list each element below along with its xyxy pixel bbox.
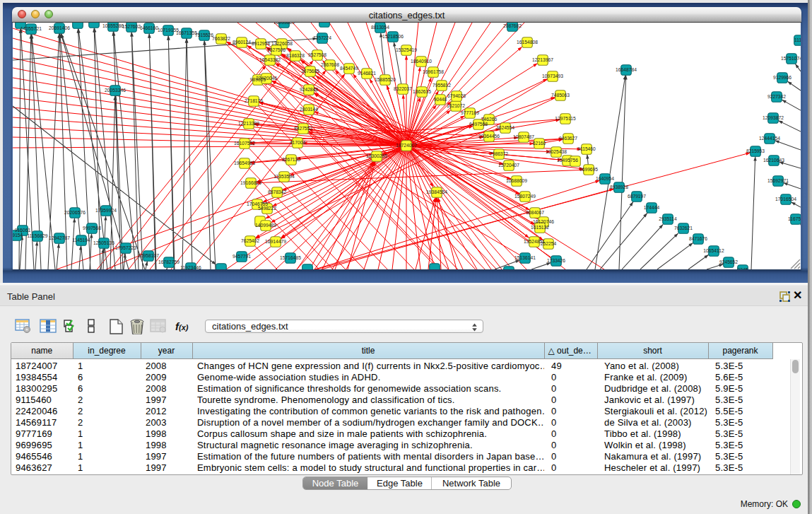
svg-text:3624554: 3624554 (496, 125, 514, 130)
svg-text:22420046: 22420046 (256, 76, 277, 81)
svg-text:16107552: 16107552 (234, 141, 255, 146)
svg-text:8454749: 8454749 (340, 66, 358, 71)
svg-text:8427552: 8427552 (294, 126, 312, 131)
svg-text:9129966: 9129966 (773, 75, 792, 80)
svg-text:2867608: 2867608 (321, 62, 339, 67)
svg-text:9777169: 9777169 (461, 110, 479, 115)
svg-text:11353594: 11353594 (273, 174, 295, 179)
svg-text:1640954: 1640954 (596, 176, 614, 181)
svg-text:16961758: 16961758 (423, 69, 444, 74)
svg-text:252254: 252254 (541, 241, 557, 246)
svg-text:7625402: 7625402 (241, 238, 259, 243)
svg-text:1527602: 1527602 (122, 24, 141, 29)
svg-text:16671355: 16671355 (176, 30, 197, 35)
svg-text:20691406: 20691406 (49, 25, 70, 30)
svg-text:6879197: 6879197 (628, 194, 646, 199)
svg-text:2935114: 2935114 (659, 216, 677, 221)
svg-text:7357224: 7357224 (313, 35, 331, 40)
svg-text:10654112: 10654112 (703, 248, 724, 253)
svg-text:19654983: 19654983 (234, 160, 255, 165)
svg-text:1615132: 1615132 (531, 225, 549, 230)
svg-text:17957223: 17957223 (115, 245, 136, 250)
svg-text:15885520: 15885520 (375, 77, 396, 82)
svg-text:18300295: 18300295 (366, 153, 387, 158)
svg-text:19384554: 19384554 (426, 189, 447, 194)
svg-text:174444: 174444 (644, 205, 660, 210)
svg-text:9527506: 9527506 (267, 47, 286, 52)
svg-text:8960124: 8960124 (233, 40, 251, 45)
svg-text:10655286: 10655286 (102, 23, 124, 28)
svg-text:20053346: 20053346 (105, 88, 126, 93)
svg-text:9457791: 9457791 (233, 254, 251, 259)
svg-text:7986372: 7986372 (490, 151, 508, 156)
svg-text:7515526: 7515526 (195, 33, 213, 37)
svg-text:9463627: 9463627 (559, 136, 577, 141)
svg-text:2803144: 2803144 (300, 107, 318, 112)
svg-text:18640910: 18640910 (411, 59, 432, 64)
svg-text:16120746: 16120746 (533, 219, 554, 224)
svg-text:116753: 116753 (788, 216, 801, 221)
svg-text:16648784: 16648784 (616, 67, 637, 72)
svg-text:2718176: 2718176 (245, 98, 263, 103)
svg-text:9245652: 9245652 (719, 259, 738, 264)
svg-text:8267130: 8267130 (282, 157, 300, 162)
svg-text:17359924: 17359924 (95, 208, 117, 213)
svg-text:15692971: 15692971 (767, 178, 789, 183)
svg-text:2087682: 2087682 (503, 23, 522, 28)
svg-text:9227342: 9227342 (767, 94, 786, 99)
svg-text:16210643: 16210643 (763, 158, 784, 163)
svg-text:12093872: 12093872 (763, 115, 784, 120)
svg-text:1112: 1112 (794, 37, 801, 42)
svg-text:17016504: 17016504 (775, 197, 796, 201)
svg-text:1733426: 1733426 (547, 258, 565, 263)
svg-text:9115460: 9115460 (577, 146, 596, 151)
svg-text:12505135: 12505135 (93, 240, 114, 245)
svg-text:10025438: 10025438 (546, 149, 567, 154)
svg-text:9997568: 9997568 (83, 226, 101, 230)
svg-text:10807487: 10807487 (513, 134, 534, 139)
svg-text:12213389: 12213389 (238, 121, 259, 126)
svg-text:16543382: 16543382 (259, 57, 281, 62)
svg-text:15751074: 15751074 (781, 56, 801, 61)
svg-text:15325419: 15325419 (396, 47, 417, 52)
svg-text:8186328: 8186328 (286, 53, 305, 58)
svg-text:62160: 62160 (533, 141, 546, 146)
svg-text:5498222: 5498222 (258, 206, 276, 211)
svg-text:3675685: 3675685 (301, 69, 319, 74)
svg-text:8938928: 8938928 (610, 185, 628, 189)
svg-text:20364456: 20364456 (478, 134, 500, 139)
svg-text:417004: 417004 (290, 140, 306, 145)
svg-text:9242848: 9242848 (300, 87, 318, 92)
svg-text:15720407: 15720407 (498, 163, 519, 168)
svg-text:90448: 90448 (434, 97, 447, 102)
svg-text:15495756: 15495756 (557, 158, 578, 163)
svg-text:7632621: 7632621 (674, 226, 693, 230)
svg-text:10958107: 10958107 (138, 253, 159, 258)
svg-text:15218506: 15218506 (382, 34, 404, 39)
svg-text:12444154: 12444154 (759, 136, 780, 141)
svg-text:15716485: 15716485 (280, 255, 301, 260)
svg-text:12942787: 12942787 (49, 235, 70, 240)
svg-text:9699695: 9699695 (579, 167, 598, 172)
svg-text:915061: 915061 (15, 228, 31, 233)
svg-text:1621072: 1621072 (447, 103, 465, 108)
svg-text:10973493: 10973493 (542, 74, 563, 78)
svg-text:746266: 746266 (481, 117, 498, 122)
svg-text:7955812: 7955812 (433, 83, 451, 88)
svg-text:14055721: 14055721 (20, 26, 42, 31)
svg-text:39154: 39154 (13, 233, 23, 238)
svg-text:18724007: 18724007 (396, 143, 417, 148)
svg-text:12213967: 12213967 (532, 57, 553, 62)
svg-text:10688609: 10688609 (506, 178, 527, 183)
svg-text:8322037: 8322037 (394, 86, 412, 91)
svg-text:7663822: 7663822 (212, 36, 230, 41)
svg-text:9245: 9245 (738, 267, 748, 269)
svg-text:13226058: 13226058 (271, 41, 293, 46)
svg-text:8215953: 8215953 (746, 148, 765, 153)
svg-text:16154808: 16154808 (517, 40, 538, 45)
svg-text:6497568: 6497568 (469, 122, 488, 127)
svg-text:16033809: 16033809 (273, 23, 295, 25)
svg-text:7485063: 7485063 (551, 93, 570, 98)
svg-text:6794028: 6794028 (447, 93, 466, 98)
svg-text:6466160: 6466160 (140, 25, 158, 30)
